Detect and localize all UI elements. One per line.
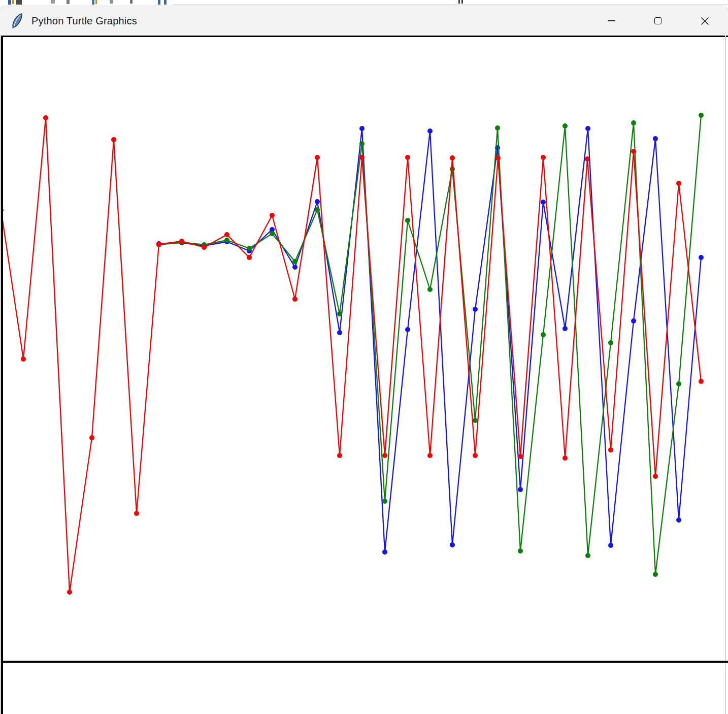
background-window-fragment bbox=[51, 0, 55, 4]
series-marker-green-walk bbox=[473, 418, 478, 423]
background-window-sliver bbox=[0, 0, 728, 6]
series-marker-blue-walk bbox=[337, 330, 342, 335]
series-marker-blue-walk bbox=[562, 326, 568, 331]
series-marker-red-walk bbox=[156, 242, 161, 247]
series-marker-red-walk bbox=[179, 239, 184, 244]
series-marker-green-walk bbox=[608, 340, 613, 345]
background-window-fragment bbox=[158, 0, 160, 5]
series-marker-blue-walk bbox=[405, 327, 410, 332]
background-window-fragment bbox=[458, 0, 460, 4]
series-marker-green-walk bbox=[292, 259, 297, 264]
series-line-green-walk bbox=[159, 115, 701, 574]
series-marker-blue-walk bbox=[653, 136, 658, 141]
series-marker-green-walk bbox=[450, 167, 455, 172]
turtle-drawing bbox=[0, 36, 728, 714]
series-marker-red-walk bbox=[89, 435, 94, 440]
series-marker-green-walk bbox=[699, 113, 704, 118]
series-marker-red-walk bbox=[315, 155, 320, 160]
series-marker-red-walk bbox=[518, 454, 523, 459]
series-marker-red-walk bbox=[43, 115, 48, 120]
series-marker-red-walk bbox=[427, 453, 433, 458]
series-marker-blue-walk bbox=[676, 517, 681, 523]
background-window-fragment bbox=[16, 0, 22, 5]
series-marker-red-walk bbox=[359, 155, 365, 160]
series-marker-blue-walk bbox=[292, 265, 297, 270]
series-marker-green-walk bbox=[247, 246, 252, 251]
series-marker-red-walk bbox=[21, 356, 26, 362]
maximize-icon bbox=[654, 17, 661, 24]
turtle-canvas[interactable] bbox=[0, 36, 728, 714]
series-marker-red-walk bbox=[653, 474, 658, 479]
series-marker-green-walk bbox=[631, 120, 636, 125]
series-marker-green-walk bbox=[224, 238, 229, 243]
series-marker-red-walk bbox=[134, 511, 139, 516]
background-window-fragment bbox=[110, 0, 113, 4]
close-button[interactable] bbox=[681, 7, 728, 35]
series-marker-red-walk bbox=[608, 447, 613, 452]
series-marker-green-walk bbox=[270, 231, 275, 236]
background-window-edge bbox=[173, 4, 728, 5]
canvas-bottom-rule bbox=[1, 661, 728, 663]
series-marker-green-walk bbox=[427, 287, 433, 292]
series-marker-blue-walk bbox=[359, 126, 365, 131]
python-feather-icon bbox=[11, 13, 24, 28]
series-marker-blue-walk bbox=[631, 318, 636, 323]
series-marker-red-walk bbox=[699, 379, 704, 384]
series-marker-red-walk bbox=[676, 181, 681, 186]
series-line-blue-walk bbox=[159, 128, 701, 552]
series-marker-green-walk bbox=[676, 381, 681, 386]
background-window-fragment bbox=[67, 0, 70, 4]
window-title: Python Turtle Graphics bbox=[31, 15, 137, 27]
series-marker-blue-walk bbox=[382, 549, 387, 555]
series-marker-red-walk bbox=[111, 137, 116, 142]
series-marker-green-walk bbox=[562, 123, 568, 128]
canvas-border-left bbox=[1, 36, 3, 714]
series-marker-blue-walk bbox=[427, 128, 433, 134]
series-marker-blue-walk bbox=[541, 200, 546, 205]
series-marker-red-walk bbox=[270, 213, 275, 218]
series-marker-green-walk bbox=[405, 218, 410, 223]
series-marker-blue-walk bbox=[699, 255, 704, 260]
series-marker-blue-walk bbox=[518, 487, 523, 492]
series-marker-red-walk bbox=[67, 590, 72, 595]
series-marker-red-walk bbox=[541, 155, 546, 160]
series-marker-red-walk bbox=[292, 297, 297, 302]
maximize-button[interactable] bbox=[635, 7, 681, 35]
series-marker-green-walk bbox=[518, 548, 523, 554]
desktop-screen: Python Turtle Graphics bbox=[0, 0, 728, 714]
series-marker-blue-walk bbox=[473, 307, 478, 312]
series-marker-red-walk bbox=[202, 245, 207, 250]
series-marker-red-walk bbox=[405, 155, 410, 160]
close-icon bbox=[701, 17, 709, 25]
minimize-icon bbox=[608, 20, 615, 21]
titlebar[interactable]: Python Turtle Graphics bbox=[0, 6, 728, 36]
series-marker-red-walk bbox=[495, 155, 501, 160]
series-marker-green-walk bbox=[653, 572, 658, 577]
window-border-right bbox=[725, 36, 726, 714]
series-marker-blue-walk bbox=[608, 543, 613, 548]
series-marker-green-walk bbox=[585, 553, 590, 558]
background-window-fragment bbox=[92, 0, 94, 5]
series-marker-green-walk bbox=[382, 499, 387, 504]
background-window-fragment bbox=[95, 0, 97, 4]
series-line-red-walk bbox=[1, 118, 701, 592]
series-marker-green-walk bbox=[359, 141, 365, 146]
series-marker-red-walk bbox=[562, 456, 568, 461]
turtle-graphics-window: Python Turtle Graphics bbox=[0, 6, 728, 714]
series-marker-red-walk bbox=[337, 453, 342, 458]
background-window-fragment bbox=[164, 0, 167, 5]
background-window-fragment bbox=[12, 0, 14, 4]
series-marker-red-walk bbox=[450, 155, 455, 160]
series-marker-blue-walk bbox=[585, 126, 590, 131]
series-marker-red-walk bbox=[473, 453, 478, 458]
series-marker-green-walk bbox=[541, 332, 546, 337]
series-marker-red-walk bbox=[247, 255, 252, 260]
background-window-fragment bbox=[461, 0, 463, 4]
series-marker-green-walk bbox=[495, 125, 500, 131]
minimize-button[interactable] bbox=[588, 7, 635, 35]
series-marker-red-walk bbox=[224, 232, 229, 237]
series-marker-green-walk bbox=[315, 207, 320, 212]
canvas-border-top bbox=[1, 36, 728, 37]
series-marker-blue-walk bbox=[315, 199, 320, 204]
background-window-fragment bbox=[130, 0, 133, 4]
